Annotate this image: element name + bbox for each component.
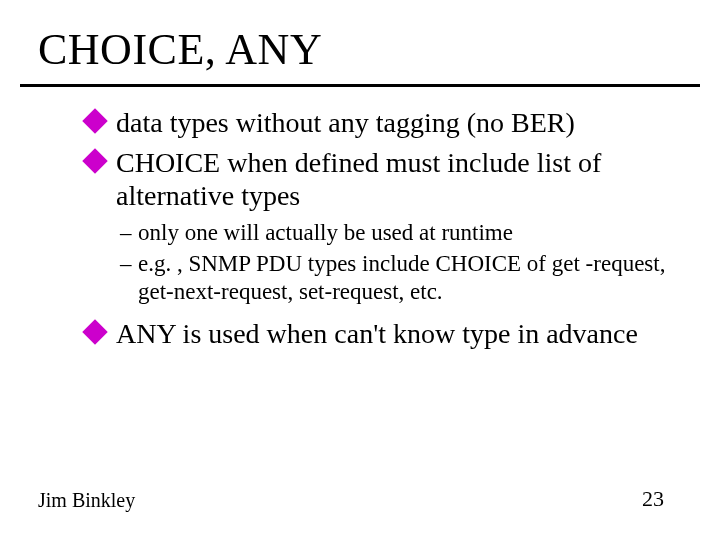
diamond-bullet-icon [82, 108, 107, 133]
sub-bullet-text: only one will actually be used at runtim… [138, 220, 513, 245]
sub-bullet-text: e.g. , SNMP PDU types include CHOICE of … [138, 251, 665, 305]
slide: CHOICE, ANY data types without any taggi… [0, 0, 720, 540]
bullet-text: ANY is used when can't know type in adva… [116, 318, 638, 349]
diamond-bullet-icon [82, 319, 107, 344]
bullet-item: CHOICE when defined must include list of… [86, 146, 680, 213]
sub-bullet-item: only one will actually be used at runtim… [120, 219, 680, 248]
bullet-item: ANY is used when can't know type in adva… [86, 317, 680, 351]
sub-bullet-group: only one will actually be used at runtim… [120, 219, 680, 307]
slide-title: CHOICE, ANY [38, 24, 322, 75]
bullet-text: CHOICE when defined must include list of… [116, 147, 601, 212]
bullet-text: data types without any tagging (no BER) [116, 107, 575, 138]
title-underline [20, 84, 700, 87]
footer-author: Jim Binkley [38, 489, 135, 512]
bullet-item: data types without any tagging (no BER) [86, 106, 680, 140]
diamond-bullet-icon [82, 148, 107, 173]
slide-body: data types without any tagging (no BER) … [86, 106, 680, 357]
footer-page-number: 23 [642, 486, 664, 512]
sub-bullet-item: e.g. , SNMP PDU types include CHOICE of … [120, 250, 680, 308]
